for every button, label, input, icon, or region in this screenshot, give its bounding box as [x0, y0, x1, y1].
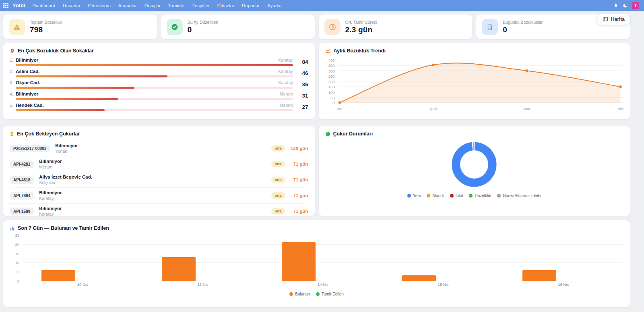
trend-y-axis: 050100150200250300350400 [325, 58, 336, 105]
panel-title: Son 7 Gün — Bulunan ve Tamir Edilen [18, 225, 109, 231]
bars-legend: BulunanTamir Edilen [10, 292, 623, 296]
street-count: 84 [296, 59, 308, 65]
user-avatar[interactable]: Y [632, 2, 639, 9]
trend-plot-area[interactable] [338, 58, 624, 105]
top-navbar: Yolbi Dashboard Hasarlar Görevlerim Atam… [0, 0, 644, 11]
bar-bulunan-10-nis[interactable] [41, 270, 75, 281]
moon-icon[interactable] [623, 3, 627, 8]
street-rank: 4. [10, 92, 16, 96]
pending-row[interactable]: API-7894 Bilinmiyor Karatay orta 71 gün [10, 187, 308, 203]
x-tick-label: Mar [524, 106, 530, 111]
y-tick-label: 300 [328, 69, 335, 73]
severity-badge: orta [271, 177, 285, 183]
street-bar-track [16, 87, 293, 89]
nav-item-onaylar[interactable]: Onaylar [144, 3, 161, 8]
map-button-label: Harita [611, 17, 625, 22]
street-row: 3. Okyar Cad. Karatay 36 [10, 80, 308, 89]
bar-bulunan-16-nis[interactable] [522, 270, 556, 281]
pending-row[interactable]: API-4818 Aliya İzzet Begoviç Cad. Selçuk… [10, 172, 308, 187]
street-row: 5. Hendek Cad. Meram 27 [10, 103, 308, 111]
trend-x-axis: AraŞubMarNis [338, 106, 624, 112]
legend-item[interactable]: Alandı [427, 193, 444, 198]
panel-last7days: Son 7 Gün — Bulunan ve Tamir Edilen 0510… [3, 220, 630, 307]
street-count: 46 [296, 70, 308, 76]
bar-bulunan-15-nis[interactable] [402, 275, 436, 281]
pending-row[interactable]: P20251217-00003 Bilinmiyor Yunak orta 12… [10, 141, 308, 156]
street-district: Meram [280, 103, 293, 108]
legend-item[interactable]: Görev Aktarma Talebi [497, 193, 541, 198]
bar-group-10 Nis [23, 235, 143, 281]
severity-badge: orta [271, 192, 285, 199]
pending-row[interactable]: API-1589 Bilinmiyor Karatay orta 71 gün [10, 203, 308, 219]
legend-item[interactable]: Tamir Edilen [316, 292, 344, 296]
check-circle-icon [167, 19, 183, 35]
bar-bulunan-14-nis[interactable] [282, 242, 316, 281]
map-button[interactable]: Harita [598, 14, 630, 25]
warning-triangle-icon [9, 19, 25, 35]
nav-item-ayarlar[interactable]: Ayarlar [267, 3, 282, 8]
donut-segment-Yeni[interactable] [456, 146, 492, 183]
last7days-chart: 0510152025 10 Nis13 Nis14 Nis15 Nis16 Ni… [10, 235, 623, 287]
clock-icon [324, 19, 341, 35]
y-tick-label: 100 [328, 90, 335, 94]
nav-item-raporlar[interactable]: Raporlar [242, 3, 260, 8]
pothole-district: Selçuklu [39, 180, 92, 185]
stat-value: 2.3 gün [345, 25, 377, 34]
stat-card-ort-tamir-suresi: Ort. Tamir Süresi 2.3 gün [319, 15, 473, 39]
street-count: 31 [296, 93, 308, 99]
panel-title: Aylık Bozukluk Trendi [334, 48, 386, 54]
waiting-days: 71 gün [290, 209, 308, 214]
map-pin-icon [10, 48, 15, 54]
street-bar-track [16, 98, 293, 100]
pending-row[interactable]: API-4281 Bilinmiyor Meram orta 71 gün [10, 156, 308, 172]
severity-badge: orta [271, 145, 285, 152]
bar-chart-icon [10, 226, 15, 231]
brand-logo[interactable]: Yolbi [12, 2, 25, 8]
bar-bulunan-13-nis[interactable] [162, 257, 196, 281]
nav-item-atamalar[interactable]: Atamalar [118, 3, 137, 8]
dashboard-content: Toplam Bozukluk 798 Bu Ay Düzeltilen 0 O… [0, 11, 644, 312]
trend-point-Ara[interactable] [338, 101, 341, 104]
trend-point-Şub[interactable] [432, 64, 434, 66]
street-district: Karatay [278, 69, 293, 74]
stat-label: Bu Ay Düzeltilen [188, 20, 218, 25]
y-tick-label: 5 [17, 270, 19, 274]
street-bar-track [16, 75, 293, 77]
app-grid-icon[interactable] [3, 3, 8, 8]
legend-item[interactable]: Düzeltildi [469, 193, 491, 198]
y-tick-label: 50 [330, 95, 335, 100]
nav-item-tamirler[interactable]: Tamirler [168, 3, 185, 8]
street-district: Karatay [278, 58, 293, 62]
legend-item[interactable]: İptal [450, 193, 463, 198]
waiting-days: 120 gün [290, 146, 308, 151]
nav-item-dashboard[interactable]: Dashboard [33, 3, 55, 8]
nav-item-tespitler[interactable]: Tespitler [192, 3, 210, 8]
stat-label: Bugünkü Bozukluklar [503, 20, 543, 25]
panel-title: En Çok Bozukluk Olan Sokaklar [18, 48, 94, 54]
panel-pothole-statuses: Çukur Durumları YeniAlandıİptalDüzeltild… [319, 126, 630, 216]
x-tick-label: 10 Nis [23, 282, 143, 287]
legend-item[interactable]: Bulunan [289, 292, 310, 296]
pothole-code-badge: API-4281 [10, 160, 34, 168]
nav-item-gorevlerim[interactable]: Görevlerim [88, 3, 111, 8]
y-tick-label: 200 [328, 79, 335, 84]
legend-label: Düzeltildi [475, 193, 491, 198]
panel-top-streets: En Çok Bozukluk Olan Sokaklar 1. Bilinmi… [3, 43, 315, 119]
stat-label: Toplam Bozukluk [30, 20, 62, 25]
trend-point-Mar[interactable] [525, 69, 528, 72]
legend-dot [289, 292, 293, 296]
nav-item-hasarlar[interactable]: Hasarlar [63, 3, 80, 8]
bar-group-14 Nis [263, 235, 383, 281]
y-tick-label: 0 [332, 101, 334, 105]
nav-item-cihazlar[interactable]: Cihazlar [217, 3, 234, 8]
x-tick-label: 15 Nis [383, 282, 504, 287]
pothole-code-badge: API-4818 [10, 176, 34, 184]
bar-group-15 Nis [383, 235, 504, 281]
legend-item[interactable]: Yeni [407, 193, 421, 198]
street-count: 27 [296, 104, 308, 110]
street-bar-fill [16, 98, 118, 100]
street-count: 36 [296, 81, 308, 87]
trend-point-Nis[interactable] [619, 85, 621, 88]
droplet-icon[interactable] [613, 3, 618, 8]
street-row: 4. Bilinmiyor Meram 31 [10, 92, 308, 100]
